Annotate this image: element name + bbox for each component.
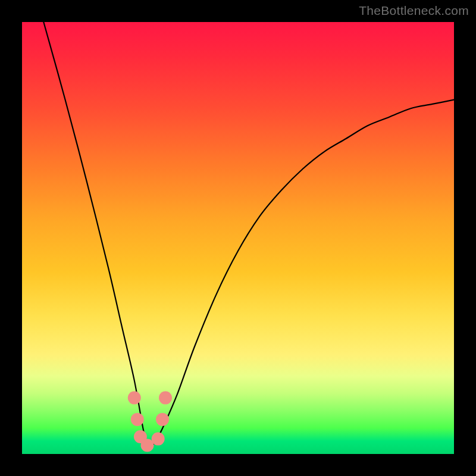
curve-marker bbox=[159, 392, 172, 405]
chart-frame: TheBottleneck.com bbox=[0, 0, 476, 476]
curve-marker bbox=[152, 433, 165, 446]
chart-svg bbox=[22, 22, 454, 454]
plot-area bbox=[22, 22, 454, 454]
curve-marker bbox=[128, 392, 141, 405]
bottleneck-curve bbox=[43, 22, 454, 447]
curve-marker bbox=[131, 413, 144, 426]
watermark-text: TheBottleneck.com bbox=[359, 4, 469, 18]
curve-marker bbox=[156, 413, 169, 426]
curve-markers bbox=[128, 392, 172, 452]
